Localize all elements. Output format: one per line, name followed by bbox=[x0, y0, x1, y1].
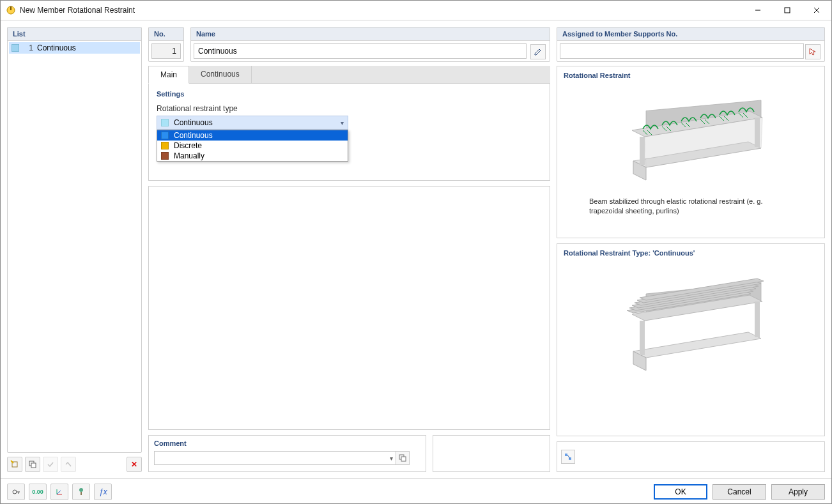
dropdown-option-manually[interactable]: Manually bbox=[157, 151, 348, 161]
restraint-type-dropdown: Continuous Discrete Manually bbox=[157, 130, 348, 162]
app-icon bbox=[6, 5, 16, 15]
selected-option-label: Continuous bbox=[174, 118, 213, 127]
restraint-type-label: Rotational restraint type bbox=[157, 104, 542, 113]
comment-copy-button[interactable] bbox=[396, 451, 410, 465]
name-input[interactable] bbox=[194, 43, 527, 59]
close-button[interactable] bbox=[802, 1, 831, 20]
no-label: No. bbox=[149, 27, 183, 41]
copy-icon bbox=[399, 454, 406, 462]
tab-row: Main Continuous bbox=[148, 66, 550, 84]
exclude-button bbox=[61, 457, 76, 472]
option-swatch-icon bbox=[161, 142, 169, 149]
empty-panel bbox=[148, 186, 550, 430]
view-button[interactable] bbox=[72, 484, 90, 500]
assigned-label: Assigned to Member Supports No. bbox=[557, 27, 824, 41]
tab-main[interactable]: Main bbox=[148, 66, 189, 84]
svg-rect-53 bbox=[81, 492, 82, 495]
tree-icon bbox=[77, 487, 86, 496]
dropdown-option-continuous[interactable]: Continuous bbox=[157, 130, 348, 141]
beam-elastic-restraint-illustration bbox=[608, 84, 774, 193]
minimize-button[interactable] bbox=[743, 1, 773, 20]
cursor-pick-icon bbox=[808, 47, 817, 56]
list-body: 1 Continuous bbox=[8, 41, 141, 452]
restraint-type-title: Rotational Restraint Type: 'Continuous' bbox=[564, 249, 818, 257]
svg-rect-35 bbox=[640, 321, 645, 355]
chevron-down-icon[interactable]: ▾ bbox=[390, 455, 393, 462]
preview-settings-button[interactable] bbox=[561, 450, 575, 464]
rotational-restraint-title: Rotational Restraint bbox=[564, 72, 818, 79]
svg-rect-3 bbox=[785, 8, 790, 13]
option-swatch-icon bbox=[161, 152, 169, 160]
new-item-button[interactable] bbox=[7, 457, 22, 472]
settings-title: Settings bbox=[157, 90, 542, 98]
list-item[interactable]: 1 Continuous bbox=[9, 42, 140, 54]
units-button[interactable]: 0.00 bbox=[29, 484, 47, 500]
copy-item-button[interactable] bbox=[25, 457, 40, 472]
svg-rect-36 bbox=[755, 302, 760, 337]
tab-continuous[interactable]: Continuous bbox=[189, 66, 252, 83]
comment-input[interactable] bbox=[154, 451, 401, 465]
axis-icon bbox=[55, 487, 64, 496]
help-button[interactable] bbox=[7, 484, 25, 500]
pencil-icon bbox=[534, 47, 543, 56]
script-button[interactable]: ƒx bbox=[94, 484, 112, 500]
edit-name-button[interactable] bbox=[530, 44, 546, 59]
no-input[interactable] bbox=[151, 43, 181, 59]
svg-marker-31 bbox=[633, 332, 761, 358]
coordinate-button[interactable] bbox=[50, 484, 68, 500]
list-item-swatch-icon bbox=[12, 44, 19, 52]
svg-line-7 bbox=[11, 461, 13, 463]
rotational-restraint-description: Beam stabilized through elastic rotation… bbox=[564, 197, 818, 216]
svg-text:ƒx: ƒx bbox=[99, 487, 107, 496]
name-label: Name bbox=[191, 27, 550, 41]
include-button bbox=[43, 457, 58, 472]
svg-rect-1 bbox=[10, 6, 12, 10]
beam-continuous-sheeting-illustration bbox=[608, 262, 774, 383]
apply-button[interactable]: Apply bbox=[771, 484, 825, 500]
svg-point-46 bbox=[13, 490, 17, 494]
svg-rect-17 bbox=[640, 137, 645, 165]
dropdown-option-discrete[interactable]: Discrete bbox=[157, 141, 348, 151]
delete-button[interactable]: ✕ bbox=[127, 457, 142, 472]
function-icon: ƒx bbox=[98, 487, 107, 496]
ok-button[interactable]: OK bbox=[654, 484, 707, 500]
comment-title: Comment bbox=[154, 439, 420, 447]
list-header: List bbox=[8, 27, 141, 41]
maximize-button[interactable] bbox=[773, 1, 802, 20]
list-item-label: Continuous bbox=[37, 43, 76, 52]
diagram-icon bbox=[564, 452, 573, 461]
comment-side-panel bbox=[433, 435, 550, 472]
cancel-button[interactable]: Cancel bbox=[713, 484, 766, 500]
svg-rect-43 bbox=[565, 454, 567, 456]
window-title: New Member Rotational Restraint bbox=[20, 6, 743, 15]
svg-rect-11 bbox=[401, 457, 406, 461]
key-icon bbox=[12, 487, 20, 496]
list-item-number: 1 bbox=[23, 43, 33, 52]
selected-swatch-icon bbox=[161, 119, 169, 126]
assigned-input[interactable] bbox=[560, 43, 804, 59]
chevron-down-icon: ▾ bbox=[341, 119, 344, 126]
pick-member-button[interactable] bbox=[805, 44, 820, 59]
svg-line-51 bbox=[57, 491, 61, 494]
svg-rect-9 bbox=[31, 463, 36, 468]
option-swatch-icon bbox=[161, 132, 169, 139]
title-bar: New Member Rotational Restraint bbox=[1, 1, 831, 20]
svg-point-52 bbox=[79, 488, 83, 492]
svg-rect-18 bbox=[755, 118, 760, 147]
restraint-type-combobox[interactable]: Continuous ▾ Continuous Discrete bbox=[157, 116, 348, 130]
